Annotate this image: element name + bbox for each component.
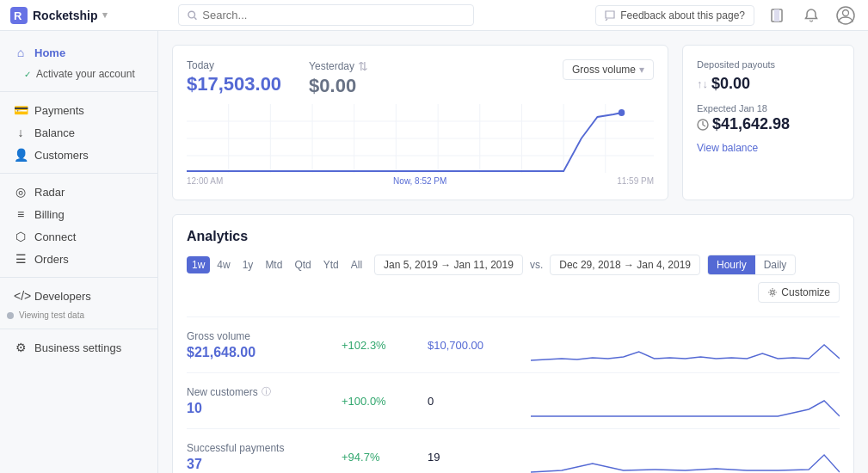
analytics-row: Successful payments 37 +94.7% 19 <box>187 428 840 473</box>
sidebar-customers-label: Customers <box>34 149 89 162</box>
sidebar-item-activate[interactable]: ✓ Activate your account <box>0 64 157 84</box>
svg-point-8 <box>843 9 849 15</box>
analytics-compare: 19 <box>428 451 531 464</box>
sidebar-divider-4 <box>0 329 157 329</box>
info-icon[interactable]: ⓘ <box>262 385 271 398</box>
analytics-change: +102.3% <box>342 339 428 352</box>
payout-arrow-icon: ↑↓ <box>697 77 708 90</box>
metric-label: New customers ⓘ <box>187 385 342 398</box>
payout-value: $0.00 <box>711 75 750 93</box>
yesterday-amount: $0.00 <box>309 75 368 97</box>
brand-name: Rocketship <box>33 9 97 22</box>
metric-label: Gross volume <box>187 330 342 342</box>
svg-point-24 <box>771 291 774 294</box>
search-input[interactable] <box>202 9 465 22</box>
yesterday-block: Yesterday ⇅ $0.00 <box>309 59 368 97</box>
sidebar-activate-label: Activate your account <box>36 68 135 80</box>
compare-range-button[interactable]: Dec 29, 2018 → Jan 4, 2019 <box>550 255 700 275</box>
test-mode-badge: Viewing test data <box>0 309 157 322</box>
analytics-card: Analytics 1w 4w 1y Mtd Qtd Ytd All Jan 5… <box>172 214 854 473</box>
feedback-button[interactable]: Feedback about this page? <box>595 5 754 26</box>
metric-value: 10 <box>187 401 342 416</box>
payout-expected-amount: $41,642.98 <box>697 115 840 133</box>
chart-selector-label: Gross volume <box>572 64 636 76</box>
sidebar-item-connect[interactable]: ⬡ Connect <box>0 225 157 248</box>
analytics-row: Gross volume $21,648.00 +102.3% $10,700.… <box>187 316 840 372</box>
sidebar: ⌂ Home ✓ Activate your account 💳 Payment… <box>0 31 158 473</box>
svg-text:R: R <box>14 9 22 22</box>
yesterday-label: Yesterday <box>309 60 354 72</box>
period-1y-button[interactable]: 1y <box>237 256 259 273</box>
sidebar-divider-1 <box>0 91 157 92</box>
payout-expected-value: $41,642.98 <box>712 115 790 133</box>
sidebar-item-payments[interactable]: 💳 Payments <box>0 99 157 121</box>
search-icon <box>188 10 197 21</box>
analytics-change: +100.0% <box>342 395 428 408</box>
metric-block: New customers ⓘ 10 <box>187 385 342 416</box>
notification-button[interactable] <box>799 3 823 28</box>
chart-selector-chevron-icon: ▾ <box>639 64 644 76</box>
brand[interactable]: R Rocketship ▾ <box>10 7 168 24</box>
mini-chart <box>531 328 840 362</box>
sidebar-item-developers[interactable]: </> Developers <box>0 285 157 307</box>
compare-toggle-icon[interactable]: ⇅ <box>358 59 368 73</box>
sidebar-item-radar[interactable]: ◎ Radar <box>0 181 157 203</box>
check-icon: ✓ <box>24 70 31 79</box>
sidebar-developers-label: Developers <box>34 290 91 303</box>
chart-axis-now: Now, 8:52 PM <box>393 176 446 186</box>
today-label: Today <box>187 59 281 71</box>
sidebar-divider-3 <box>0 277 157 278</box>
developers-icon: </> <box>14 289 28 303</box>
sidebar-radar-label: Radar <box>34 186 65 199</box>
vs-text: vs. <box>530 259 543 271</box>
bookmark-button[interactable] <box>765 3 789 28</box>
account-avatar-button[interactable] <box>834 3 858 28</box>
overview-row: Today $17,503.00 Yesterday ⇅ $0.00 Gr <box>172 45 854 200</box>
sidebar-item-customers[interactable]: 👤 Customers <box>0 144 157 166</box>
view-balance-link[interactable]: View balance <box>697 142 840 154</box>
top-nav-right: Feedback about this page? <box>595 3 858 28</box>
mini-chart <box>531 439 840 473</box>
metric-value: $21,648.00 <box>187 345 342 360</box>
radar-icon: ◎ <box>14 185 28 199</box>
period-all-button[interactable]: All <box>346 256 367 273</box>
analytics-change: +94.7% <box>342 451 428 464</box>
brand-logo-icon: R <box>10 7 28 24</box>
period-mtd-button[interactable]: Mtd <box>260 256 287 273</box>
today-block: Today $17,503.00 <box>187 59 281 97</box>
hourly-daily-group: Hourly Daily <box>707 255 796 275</box>
period-4w-button[interactable]: 4w <box>212 256 235 273</box>
svg-point-22 <box>619 109 625 116</box>
sidebar-item-orders[interactable]: ☰ Orders <box>0 248 157 270</box>
sidebar-item-home[interactable]: ⌂ Home <box>0 41 157 64</box>
chart-type-selector[interactable]: Gross volume ▾ <box>563 59 654 80</box>
feedback-icon <box>605 10 615 21</box>
period-1w-button[interactable]: 1w <box>187 256 210 273</box>
mini-chart-svg <box>531 384 840 418</box>
top-nav: R Rocketship ▾ Feedback about this page? <box>0 0 868 31</box>
sidebar-item-billing[interactable]: ≡ Billing <box>0 203 157 225</box>
period-qtd-button[interactable]: Qtd <box>289 256 316 273</box>
period-ytd-button[interactable]: Ytd <box>318 256 344 273</box>
daily-button[interactable]: Daily <box>755 255 796 274</box>
balance-icon: ↓ <box>14 126 28 139</box>
customize-button[interactable]: Customize <box>758 282 840 303</box>
mini-chart-svg <box>531 328 840 362</box>
sidebar-payments-label: Payments <box>34 104 84 117</box>
sidebar-payments-section: 💳 Payments ↓ Balance 👤 Customers <box>0 99 157 166</box>
sidebar-orders-label: Orders <box>34 253 69 266</box>
bell-icon <box>804 9 818 22</box>
sidebar-business-label: Business settings <box>34 341 121 354</box>
connect-icon: ⬡ <box>14 230 28 243</box>
svg-rect-6 <box>774 9 779 22</box>
feedback-label: Feedback about this page? <box>620 9 745 22</box>
sidebar-divider-2 <box>0 173 157 174</box>
sidebar-item-balance[interactable]: ↓ Balance <box>0 121 157 144</box>
bookmark-icon <box>770 9 784 22</box>
svg-line-3 <box>194 17 196 19</box>
date-range-button[interactable]: Jan 5, 2019 → Jan 11, 2019 <box>374 255 523 275</box>
sidebar-item-business[interactable]: ⚙ Business settings <box>0 336 157 359</box>
home-icon: ⌂ <box>14 46 28 59</box>
payout-card: Deposited payouts ↑↓ $0.00 Expected Jan … <box>682 45 854 200</box>
hourly-button[interactable]: Hourly <box>708 255 755 274</box>
